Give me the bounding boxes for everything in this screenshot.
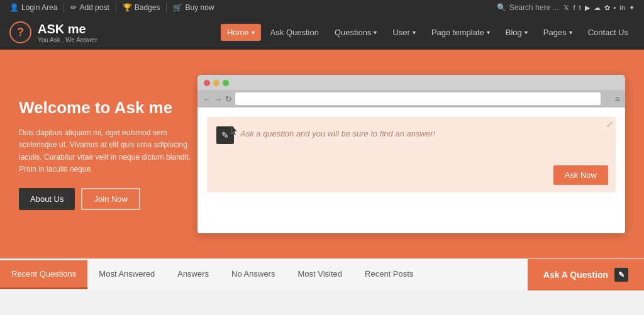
menu-icon[interactable]: ≡ — [615, 94, 620, 104]
skype-icon[interactable]: ☁ — [594, 4, 601, 12]
hero-buttons: About Us Join Now — [19, 188, 195, 210]
user-icon: 👤 — [9, 3, 19, 12]
dot-yellow — [213, 80, 219, 86]
trophy-icon: 🏆 — [123, 3, 132, 12]
ask-placeholder-text: Ask a question and you will be sure to f… — [240, 126, 435, 138]
main-nav: ? ASK me You Ask . We Answer Home ▾ Ask … — [0, 15, 644, 50]
add-post-item[interactable]: ✏ Add post — [64, 3, 116, 12]
tabs-section: Recent Questions Most Answered Answers N… — [0, 258, 644, 290]
ask-question-label: Ask A Question — [543, 270, 608, 280]
browser-content: ✎ Ask a question and you will be sure to… — [197, 108, 625, 233]
ask-a-question-button[interactable]: Ask A Question ✎ — [528, 259, 644, 290]
rss-icon[interactable]: ✦ — [629, 4, 635, 12]
social5-icon[interactable]: ✿ — [604, 4, 610, 12]
search-icon: 🔍 — [497, 3, 506, 12]
buy-now-item[interactable]: 🛒 Buy now — [167, 3, 220, 12]
twitter-icon[interactable]: 𝕏 — [564, 4, 569, 12]
login-area-label: Login Area — [21, 3, 57, 12]
logo-subtitle: You Ask . We Answer — [38, 36, 97, 43]
top-bar: 👤 Login Area ✏ Add post 🏆 Badges 🛒 Buy n… — [0, 0, 644, 15]
badges-item[interactable]: 🏆 Badges — [116, 3, 167, 12]
browser-toolbar: ← → ↻ ☆ ≡ — [197, 90, 625, 108]
pencil-btn-icon: ✎ — [614, 268, 628, 282]
star-icon: ☆ — [604, 94, 612, 104]
add-post-label: Add post — [79, 3, 109, 12]
logo-area[interactable]: ? ASK me You Ask . We Answer — [9, 21, 97, 43]
nav-user[interactable]: User ▾ — [386, 24, 421, 41]
social6-icon[interactable]: ▪ — [614, 4, 616, 11]
nav-page-template[interactable]: Page template ▾ — [425, 24, 496, 41]
back-button[interactable]: ← — [203, 94, 211, 104]
social-icons: 𝕏 f t ▶ ☁ ✿ ▪ in ✦ — [564, 4, 635, 12]
logo-icon: ? — [9, 21, 31, 43]
chevron-down-icon: ▾ — [569, 29, 572, 36]
search-placeholder-text: Search here ... — [509, 3, 559, 12]
nav-items: Home ▾ Ask Question Questions ▾ User ▾ P… — [123, 24, 635, 41]
tab-answers[interactable]: Answers — [166, 260, 220, 289]
dot-red — [204, 80, 210, 86]
cart-icon: 🛒 — [173, 3, 182, 12]
refresh-button[interactable]: ↻ — [225, 94, 232, 104]
nav-ask-question[interactable]: Ask Question — [264, 24, 325, 41]
edit-icon: ✎ — [216, 126, 234, 144]
ask-now-button[interactable]: Ask Now — [553, 165, 608, 185]
hero-content: Welcome to Ask me Duis dapibus aliquam m… — [19, 98, 195, 210]
pencil-icon: ✏ — [70, 3, 77, 12]
hero-title: Welcome to Ask me — [19, 98, 195, 118]
chevron-down-icon: ▾ — [525, 29, 528, 36]
join-now-button[interactable]: Join Now — [81, 188, 140, 210]
forward-button[interactable]: → — [214, 94, 222, 104]
browser-mockup: ← → ↻ ☆ ≡ ✎ Ask a question and you will … — [197, 75, 625, 233]
logo-text: ASK me You Ask . We Answer — [38, 22, 97, 43]
buy-now-label: Buy now — [185, 3, 214, 12]
chevron-down-icon: ▾ — [252, 29, 255, 36]
nav-home[interactable]: Home ▾ — [221, 24, 261, 41]
tabs-left: Recent Questions Most Answered Answers N… — [0, 260, 528, 289]
about-us-button[interactable]: About Us — [19, 188, 75, 210]
tiktok-icon[interactable]: t — [579, 4, 580, 11]
tab-recent-posts[interactable]: Recent Posts — [353, 260, 425, 289]
chevron-down-icon: ▾ — [413, 29, 416, 36]
youtube-icon[interactable]: ▶ — [585, 4, 590, 12]
nav-questions[interactable]: Questions ▾ — [328, 24, 384, 41]
badges-label: Badges — [135, 3, 160, 12]
nav-pages[interactable]: Pages ▾ — [537, 24, 579, 41]
hero-section: Welcome to Ask me Duis dapibus aliquam m… — [0, 50, 644, 258]
tab-recent-questions[interactable]: Recent Questions — [0, 260, 87, 289]
chevron-down-icon: ▾ — [374, 29, 377, 36]
chevron-down-icon: ▾ — [487, 29, 490, 36]
tab-most-visited[interactable]: Most Visited — [286, 260, 353, 289]
search-wrap[interactable]: 🔍 Search here ... — [497, 3, 559, 12]
expand-icon[interactable]: ⤢ — [606, 120, 613, 129]
nav-blog[interactable]: Blog ▾ — [499, 24, 534, 41]
browser-dots — [204, 80, 619, 86]
hero-description: Duis dapibus aliquam mi, eget euismod se… — [19, 127, 195, 175]
ask-input-area[interactable]: ✎ Ask a question and you will be sure to… — [207, 117, 616, 192]
nav-contact-us[interactable]: Contact Us — [582, 24, 635, 41]
browser-chrome — [197, 75, 625, 86]
address-bar[interactable] — [235, 92, 601, 105]
facebook-icon[interactable]: f — [573, 4, 575, 11]
top-bar-left: 👤 Login Area ✏ Add post 🏆 Badges 🛒 Buy n… — [9, 3, 497, 12]
tab-no-answers[interactable]: No Answers — [220, 260, 286, 289]
login-area-item[interactable]: 👤 Login Area — [9, 3, 64, 12]
logo-title: ASK me — [38, 22, 97, 36]
linkedin-icon[interactable]: in — [619, 4, 625, 11]
tab-most-answered[interactable]: Most Answered — [87, 260, 166, 289]
dot-green — [223, 80, 229, 86]
top-bar-right: 🔍 Search here ... 𝕏 f t ▶ ☁ ✿ ▪ in ✦ — [497, 3, 635, 12]
